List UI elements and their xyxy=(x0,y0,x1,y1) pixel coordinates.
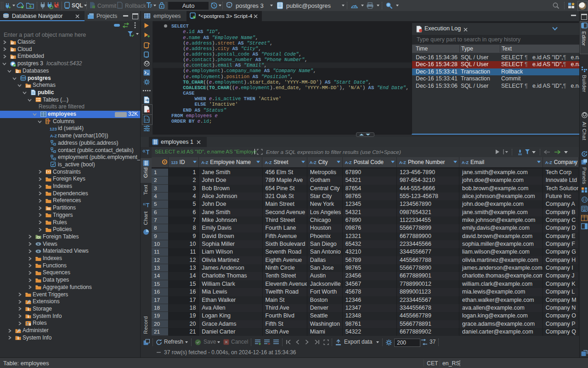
svg-text:(x): (x) xyxy=(145,119,150,122)
